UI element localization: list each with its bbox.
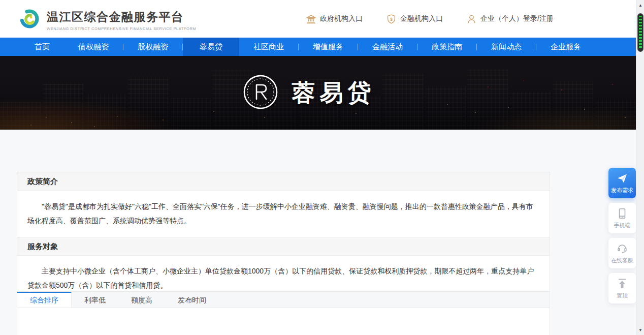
section-body-policy-intro: "蓉易贷"是成都市为扎实做好"六稳"工作、全面落实"六保"任务，进一步缓解中小企… xyxy=(17,191,550,237)
floating-toolbar: 发布需求 手机端 在线客服 xyxy=(608,168,636,303)
site-logo[interactable]: 温江区综合金融服务平台 WENJIANG DISTRICT COMPREHENS… xyxy=(17,7,196,33)
section-heading-service-target: 服务对象 xyxy=(17,237,550,256)
login-register-label: 企业（个人）登录/注册 xyxy=(480,14,554,23)
header-links: 政府机构入口 $ 金融机构入口 企业（个人）登录/注册 xyxy=(306,0,554,38)
rongyidai-badge-icon xyxy=(242,74,279,112)
nav-item-finance-activities[interactable]: 金融活动 xyxy=(358,38,417,56)
tab-publish-time[interactable]: 发布时间 xyxy=(165,292,219,308)
login-register-link[interactable]: 企业（个人）登录/注册 xyxy=(466,14,554,24)
nav-item-equity-financing[interactable]: 股权融资 xyxy=(123,38,182,56)
site-subtitle: WENJIANG DISTRICT COMPREHENSIVE FINANCIA… xyxy=(47,26,196,31)
phoenix-swirl-logo-icon xyxy=(17,7,42,33)
finance-entry-label: 金融机构入口 xyxy=(400,14,443,23)
page: 温江区综合金融服务平台 WENJIANG DISTRICT COMPREHENS… xyxy=(0,0,644,335)
mobile-version-button[interactable]: 手机端 xyxy=(608,203,636,233)
mobile-phone-icon xyxy=(608,207,636,220)
scrollbar-up-arrow-icon[interactable]: ▲ xyxy=(636,1,644,9)
tab-low-rate[interactable]: 利率低 xyxy=(72,292,118,308)
gov-entry-label: 政府机构入口 xyxy=(320,14,363,23)
paper-plane-icon xyxy=(608,172,636,185)
sort-tabbar: 综合排序 利率低 额度高 发布时间 xyxy=(17,292,550,308)
user-icon xyxy=(466,14,477,24)
nav-item-home[interactable]: 首页 xyxy=(20,38,64,56)
svg-text:$: $ xyxy=(390,16,393,21)
header: 温江区综合金融服务平台 WENJIANG DISTRICT COMPREHENS… xyxy=(0,0,636,38)
arrow-to-top-icon xyxy=(608,278,636,290)
back-to-top-button[interactable]: 置顶 xyxy=(608,273,636,303)
shield-dollar-icon: $ xyxy=(386,14,397,24)
main-nav: 首页 债权融资 股权融资 蓉易贷 社区商业 增值服务 金融活动 政策指南 新闻动… xyxy=(0,38,636,56)
mobile-version-label: 手机端 xyxy=(614,222,631,228)
nav-item-enterprise-services[interactable]: 企业服务 xyxy=(536,38,595,56)
scrollbar: ▲ ▼ xyxy=(636,0,644,335)
online-service-button[interactable]: 在线客服 xyxy=(608,238,636,268)
nav-item-value-added[interactable]: 增值服务 xyxy=(299,38,358,56)
section-heading-policy-intro: 政策简介 xyxy=(17,172,550,191)
banner-content: 蓉易贷 xyxy=(0,56,627,130)
policy-box: 政策简介 "蓉易贷"是成都市为扎实做好"六稳"工作、全面落实"六保"任务，进一步… xyxy=(17,172,550,302)
nav-item-policy-guide[interactable]: 政策指南 xyxy=(417,38,476,56)
banner-title: 蓉易贷 xyxy=(292,77,376,109)
hero-banner: 蓉易贷 xyxy=(0,56,636,130)
nav-item-news[interactable]: 新闻动态 xyxy=(477,38,536,56)
list-item[interactable]: 成都中小企业融资担保有限责任公司 - 蓉易贷 2021-06-11 xyxy=(17,308,550,335)
finance-entry-link[interactable]: $ 金融机构入口 xyxy=(386,14,443,24)
nav-item-rongyidai[interactable]: 蓉易贷 xyxy=(183,38,239,56)
logo-text: 温江区综合金融服务平台 WENJIANG DISTRICT COMPREHENS… xyxy=(47,9,196,31)
site-title: 温江区综合金融服务平台 xyxy=(47,9,196,25)
nav-item-community-business[interactable]: 社区商业 xyxy=(239,38,298,56)
publish-demand-label: 发布需求 xyxy=(611,187,633,193)
gov-entry-link[interactable]: 政府机构入口 xyxy=(306,14,363,24)
scrollbar-thumb[interactable] xyxy=(637,13,643,52)
online-service-label: 在线客服 xyxy=(611,257,633,263)
nav-item-debt-financing[interactable]: 债权融资 xyxy=(64,38,123,56)
scrollbar-down-arrow-icon[interactable]: ▼ xyxy=(636,326,644,334)
bank-icon xyxy=(306,14,316,24)
publish-demand-button[interactable]: 发布需求 xyxy=(608,168,636,198)
tab-comprehensive-sort[interactable]: 综合排序 xyxy=(17,292,72,308)
product-list-box: 综合排序 利率低 额度高 发布时间 成都中小企业融资担保有限责任公司 - 蓉易贷… xyxy=(17,291,550,335)
headset-icon xyxy=(608,242,636,255)
back-to-top-label: 置顶 xyxy=(617,292,628,298)
tab-high-quota[interactable]: 额度高 xyxy=(118,292,165,308)
